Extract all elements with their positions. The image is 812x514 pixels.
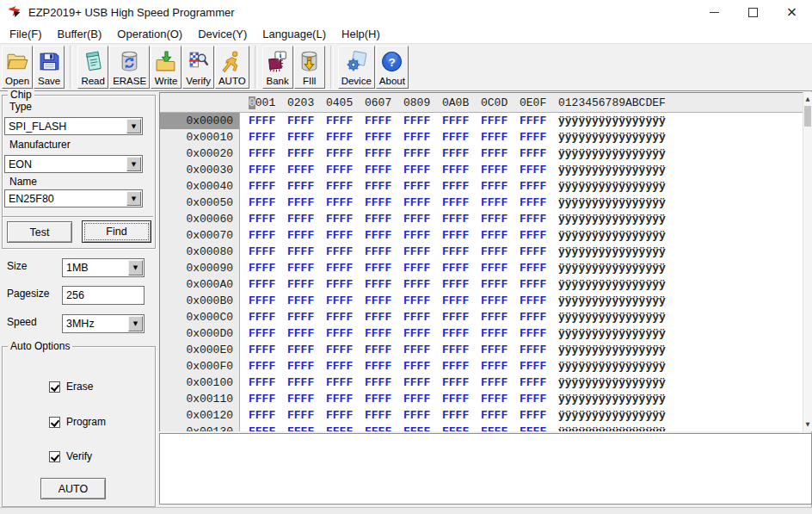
toolbar-button-erase[interactable]: ERASE (109, 46, 150, 89)
hex-byte-group[interactable]: FFFF (520, 211, 558, 227)
hex-ascii-text[interactable]: ÿÿÿÿÿÿÿÿÿÿÿÿÿÿÿÿ (558, 113, 679, 129)
hex-byte-group[interactable]: FFFF (249, 146, 287, 162)
hex-ascii-text[interactable]: ÿÿÿÿÿÿÿÿÿÿÿÿÿÿÿÿ (558, 309, 679, 325)
hex-byte-group[interactable]: FFFF (481, 146, 520, 162)
hex-byte-group[interactable]: FFFF (365, 113, 403, 129)
hex-byte-group[interactable]: FFFF (520, 146, 558, 162)
hex-byte-group[interactable]: FFFF (481, 260, 520, 276)
hex-byte-group[interactable]: FFFF (442, 260, 481, 276)
hex-byte-group[interactable]: FFFF (442, 227, 481, 244)
hex-byte-group[interactable]: FFFF (249, 375, 287, 391)
hex-byte-group[interactable]: FFFF (403, 375, 442, 391)
hex-byte-group[interactable]: FFFF (481, 358, 520, 375)
hex-ascii-text[interactable]: ÿÿÿÿÿÿÿÿÿÿÿÿÿÿÿÿ (558, 195, 679, 211)
checkbox-program[interactable] (49, 417, 60, 428)
hex-byte-group[interactable]: FFFF (481, 244, 520, 260)
hex-byte-group[interactable]: FFFF (442, 293, 481, 309)
hex-byte-group[interactable]: FFFF (403, 162, 442, 178)
hex-byte-group[interactable]: FFFF (326, 276, 365, 293)
hex-byte-group[interactable]: FFFF (326, 162, 365, 178)
menu-item-operationo[interactable]: Operation(O) (109, 24, 190, 43)
hex-byte-group[interactable]: FFFF (249, 227, 287, 244)
hex-ascii-text[interactable]: ÿÿÿÿÿÿÿÿÿÿÿÿÿÿÿÿ (558, 342, 679, 358)
hex-byte-group[interactable]: FFFF (249, 113, 287, 129)
hex-byte-group[interactable]: FFFF (520, 407, 558, 424)
hex-byte-group[interactable]: FFFF (249, 276, 287, 293)
hex-byte-group[interactable]: FFFF (520, 325, 558, 342)
hex-byte-group[interactable]: FFFF (442, 309, 481, 325)
hex-ascii-text[interactable]: ÿÿÿÿÿÿÿÿÿÿÿÿÿÿÿÿ (558, 325, 679, 342)
hex-byte-group[interactable]: FFFF (365, 244, 403, 260)
hex-byte-group[interactable]: FFFF (287, 211, 326, 227)
hex-byte-group[interactable]: FFFF (481, 342, 520, 358)
hex-byte-group[interactable]: FFFF (365, 162, 403, 178)
hex-byte-group[interactable]: FFFF (326, 195, 365, 211)
hex-byte-group[interactable]: FFFF (442, 113, 481, 129)
hex-byte-group[interactable]: FFFF (287, 178, 326, 195)
hex-byte-group[interactable]: FFFF (365, 342, 403, 358)
hex-byte-group[interactable]: FFFF (481, 375, 520, 391)
toolbar-button-device[interactable]: Device (338, 46, 375, 89)
hex-ascii-text[interactable]: ÿÿÿÿÿÿÿÿÿÿÿÿÿÿÿÿ (558, 178, 679, 195)
toolbar-button-fill[interactable]: FIll (294, 46, 325, 89)
hex-byte-group[interactable]: FFFF (365, 309, 403, 325)
hex-byte-group[interactable]: FFFF (365, 227, 403, 244)
hex-byte-group[interactable]: FFFF (365, 211, 403, 227)
hex-byte-group[interactable]: FFFF (403, 260, 442, 276)
hex-byte-group[interactable]: FFFF (403, 309, 442, 325)
hex-byte-group[interactable]: FFFF (520, 244, 558, 260)
hex-byte-group[interactable]: FFFF (442, 195, 481, 211)
test-button[interactable]: Test (7, 221, 72, 243)
hex-byte-group[interactable]: FFFF (520, 113, 558, 129)
hex-byte-group[interactable]: FFFF (442, 244, 481, 260)
hex-byte-group[interactable]: FFFF (520, 276, 558, 293)
hex-byte-group[interactable]: FFFF (249, 244, 287, 260)
hex-byte-group[interactable]: FFFF (249, 342, 287, 358)
chevron-down-icon[interactable]: ▼ (126, 157, 141, 171)
toolbar-button-write[interactable]: Write (151, 46, 181, 89)
hex-ascii-text[interactable]: ÿÿÿÿÿÿÿÿÿÿÿÿÿÿÿÿ (558, 358, 679, 375)
chevron-down-icon[interactable]: ▼ (126, 119, 141, 133)
hex-byte-group[interactable]: FFFF (249, 260, 287, 276)
scroll-up-icon[interactable]: ▲ (803, 93, 812, 105)
vertical-scrollbar[interactable]: ▲ ▼ (803, 92, 812, 431)
scrollbar-thumb[interactable] (804, 106, 811, 127)
hex-byte-group[interactable]: FFFF (326, 375, 365, 391)
hex-byte-group[interactable]: FFFF (481, 424, 520, 431)
hex-byte-group[interactable]: FFFF (403, 325, 442, 342)
hex-byte-group[interactable]: FFFF (287, 129, 326, 146)
hex-byte-group[interactable]: FFFF (403, 391, 442, 407)
hex-ascii-text[interactable]: ÿÿÿÿÿÿÿÿÿÿÿÿÿÿÿÿ (558, 260, 679, 276)
hex-byte-group[interactable]: FFFF (326, 358, 365, 375)
hex-byte-group[interactable]: FFFF (365, 129, 403, 146)
auto-button[interactable]: AUTO (40, 478, 106, 499)
hex-byte-group[interactable]: FFFF (442, 375, 481, 391)
hex-byte-group[interactable]: FFFF (287, 375, 326, 391)
toolbar-button-open[interactable]: Open (2, 46, 33, 89)
hex-ascii-text[interactable]: ÿÿÿÿÿÿÿÿÿÿÿÿÿÿÿÿ (558, 424, 679, 431)
hex-byte-group[interactable]: FFFF (249, 162, 287, 178)
hex-byte-group[interactable]: FFFF (403, 244, 442, 260)
hex-byte-group[interactable]: FFFF (287, 146, 326, 162)
hex-byte-group[interactable]: FFFF (287, 309, 326, 325)
manufacturer-combobox[interactable]: EON ▼ (4, 155, 143, 173)
hex-ascii-text[interactable]: ÿÿÿÿÿÿÿÿÿÿÿÿÿÿÿÿ (558, 276, 679, 293)
hex-byte-group[interactable]: FFFF (287, 293, 326, 309)
hex-byte-group[interactable]: FFFF (481, 309, 520, 325)
hex-byte-group[interactable]: FFFF (481, 407, 520, 424)
hex-byte-group[interactable]: FFFF (403, 424, 442, 431)
hex-byte-group[interactable]: FFFF (365, 325, 403, 342)
hex-ascii-text[interactable]: ÿÿÿÿÿÿÿÿÿÿÿÿÿÿÿÿ (558, 375, 679, 391)
hex-byte-group[interactable]: FFFF (481, 293, 520, 309)
hex-byte-group[interactable]: FFFF (520, 129, 558, 146)
hex-byte-group[interactable]: FFFF (442, 211, 481, 227)
hex-byte-group[interactable]: FFFF (442, 407, 481, 424)
hex-byte-group[interactable]: FFFF (403, 195, 442, 211)
chip-type-combobox[interactable]: SPI_FLASH ▼ (4, 117, 143, 135)
toolbar-button-about[interactable]: ?About (376, 46, 409, 89)
toolbar-button-auto[interactable]: AUTO (215, 46, 249, 89)
hex-byte-group[interactable]: FFFF (326, 309, 365, 325)
find-button[interactable]: Find (82, 220, 151, 243)
hex-byte-group[interactable]: FFFF (287, 276, 326, 293)
hex-byte-group[interactable]: FFFF (520, 293, 558, 309)
